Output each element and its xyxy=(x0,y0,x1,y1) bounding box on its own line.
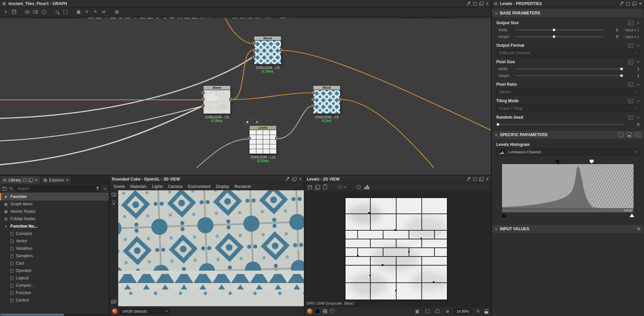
2d-viewport[interactable]: 2048 x 2048 (Grayscale, 16bpc) xyxy=(305,192,491,306)
library-search[interactable] xyxy=(15,186,101,192)
pin-icon[interactable] xyxy=(466,177,471,181)
output-height-value[interactable]: 0 xyxy=(606,35,618,39)
dock-icon[interactable] xyxy=(626,2,630,5)
close-icon[interactable]: × xyxy=(299,177,302,181)
output-width-value[interactable]: 0 xyxy=(606,28,618,32)
menu-renderer[interactable]: Renderer xyxy=(234,184,251,189)
pixel-ratio-select[interactable]: Square ▾ xyxy=(496,88,639,95)
output-connector[interactable] xyxy=(339,98,342,101)
library-item-favorites[interactable]: ★Favorites xyxy=(0,193,109,200)
main-menu-icon[interactable]: ≡ xyxy=(2,8,9,15)
zoom-reset-icon[interactable]: ↻ xyxy=(474,308,482,315)
expand-icon[interactable]: » xyxy=(104,186,106,191)
scrollbar-thumb[interactable] xyxy=(0,314,64,316)
input-connector[interactable] xyxy=(201,98,204,101)
histogram-view-icon[interactable]: ▄ xyxy=(627,132,632,137)
fit-view-icon[interactable] xyxy=(62,8,69,15)
options-menu-icon[interactable]: ≡ xyxy=(637,82,639,86)
colorspace-select[interactable]: sRGB (default) ▾ xyxy=(120,308,170,315)
options-menu-icon[interactable]: ≡ xyxy=(637,60,639,64)
save-icon[interactable] xyxy=(10,8,18,15)
options-menu-icon[interactable]: ≡ xyxy=(637,21,639,25)
float-icon[interactable] xyxy=(292,177,296,181)
copy-icon[interactable] xyxy=(315,185,320,190)
input-connector[interactable] xyxy=(201,91,204,94)
tab-explorer[interactable]: ▦ Explorer × xyxy=(41,176,72,184)
options-menu-icon[interactable]: ≡ xyxy=(637,115,639,119)
3d-viewport[interactable]: ⊕ xyxy=(109,190,304,306)
pin-icon[interactable] xyxy=(466,1,471,6)
float-icon[interactable] xyxy=(479,177,484,181)
library-item-samplers[interactable]: Samplers xyxy=(0,252,109,260)
specific-parameters-header[interactable]: ▾ SPECIFIC PARAMETERS ~ ▄ ≡ xyxy=(492,131,643,139)
expose-parameter-icon[interactable]: ▸ xyxy=(628,82,633,87)
pixel-width-slider[interactable] xyxy=(515,66,624,72)
background-checker-swatch[interactable] xyxy=(323,309,327,314)
histogram-channel-select[interactable]: Luminance Channel ▾ xyxy=(496,148,639,156)
new-folder-icon[interactable] xyxy=(3,188,7,191)
random-seed-value[interactable]: 0 xyxy=(627,122,639,126)
link-icon[interactable] xyxy=(24,8,31,15)
grid-toggle-icon[interactable]: ▤ xyxy=(113,8,121,15)
menu-lights[interactable]: Lights xyxy=(152,184,163,189)
expander-icon[interactable]: ▾ xyxy=(4,224,8,229)
menu-materials[interactable]: Materials xyxy=(130,184,147,189)
search-icon[interactable] xyxy=(53,8,61,15)
output-width-slider[interactable] xyxy=(515,27,603,33)
input-connector[interactable] xyxy=(201,104,204,107)
output-format-select[interactable]: 8 Bits per Channel ▾ xyxy=(496,49,639,56)
output-connector[interactable] xyxy=(280,49,283,52)
histogram-icon[interactable] xyxy=(364,185,370,189)
background-grid-swatch[interactable] xyxy=(330,309,335,314)
graph-node-levels[interactable]: Levels 2048x2048 - L16 0.22ms xyxy=(249,125,277,163)
library-item-function-nodes[interactable]: ▾Function No... xyxy=(0,223,109,230)
menu-scene[interactable]: Scene xyxy=(113,184,125,189)
menu-camera[interactable]: Camera xyxy=(168,184,183,189)
options-menu-icon[interactable]: ≡ xyxy=(637,43,639,47)
layers-icon[interactable] xyxy=(111,300,116,304)
uv-mode-select[interactable]: UV ▾ xyxy=(337,185,346,190)
expose-parameter-icon[interactable]: ▸ xyxy=(628,115,633,120)
random-seed-slider[interactable] xyxy=(496,121,624,127)
output-height-slider[interactable] xyxy=(515,34,603,40)
edit-icon[interactable]: ✎ xyxy=(9,186,13,191)
zoom-value[interactable]: 14.89% xyxy=(454,308,472,314)
library-item-logical[interactable]: Logical xyxy=(0,274,109,282)
levels-histogram-widget[interactable]: 65535 xyxy=(502,160,634,219)
background-black-swatch[interactable] xyxy=(315,309,320,314)
expose-parameter-icon[interactable]: ▸ xyxy=(628,43,633,48)
levels-high-handle[interactable] xyxy=(590,160,594,163)
dock-icon[interactable] xyxy=(473,177,477,181)
close-icon[interactable]: × xyxy=(66,178,69,182)
float-icon[interactable] xyxy=(29,178,33,182)
layout-icon[interactable]: ▦ xyxy=(75,8,82,15)
expose-parameter-icon[interactable]: ▸ xyxy=(628,60,633,64)
pen-icon[interactable]: ✎ xyxy=(92,8,99,15)
library-item-control[interactable]: Control xyxy=(0,297,109,304)
input-connector[interactable] xyxy=(252,49,255,52)
library-item-vector[interactable]: Vector xyxy=(0,237,109,245)
expose-parameter-icon[interactable]: ▸ xyxy=(628,21,633,25)
material-toggle-icon[interactable]: ▨ xyxy=(254,118,261,125)
output-connector[interactable] xyxy=(229,98,232,101)
preview-toggle-icon[interactable]: ▣ xyxy=(244,118,251,125)
graph-node-blend-right[interactable]: Blend 2048x2048 - C8 0.2ms xyxy=(313,85,340,123)
graph-node-blend-top[interactable]: Blend xyxy=(254,36,281,73)
screenshot-icon[interactable] xyxy=(32,8,39,15)
pixel-height-value[interactable]: 1 xyxy=(627,74,639,78)
pin-icon[interactable] xyxy=(619,1,624,6)
library-item-function[interactable]: Function xyxy=(0,289,109,297)
input-connector[interactable] xyxy=(252,42,255,45)
library-item-constant[interactable]: Constant xyxy=(0,230,109,237)
color-profile-icon[interactable] xyxy=(307,309,313,314)
output-high-handle[interactable] xyxy=(630,213,634,217)
filter-funnel-icon[interactable] xyxy=(96,187,99,190)
tiling-mode-select[interactable]: H and V Tiling ▾ xyxy=(496,105,639,112)
actual-size-icon[interactable] xyxy=(434,308,441,315)
center-view-icon[interactable]: ⊕ xyxy=(444,308,451,315)
sliders-view-icon[interactable]: ≡ xyxy=(635,132,640,137)
menu-environment[interactable]: Environment xyxy=(188,184,210,189)
pixel-width-value[interactable]: 1 xyxy=(627,67,639,71)
horizontal-scrollbar[interactable] xyxy=(0,313,109,316)
library-item-variables[interactable]: Variables xyxy=(0,245,109,252)
